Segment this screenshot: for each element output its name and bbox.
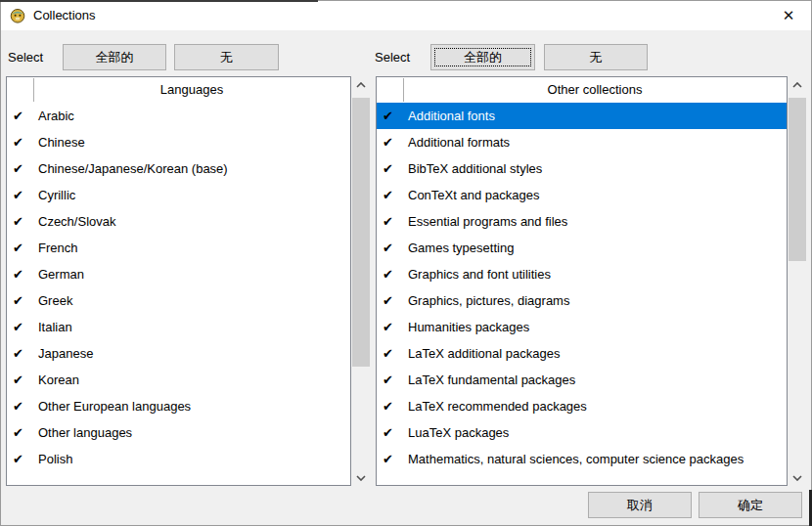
list-item[interactable]: ✔ConTeXt and packages: [377, 182, 787, 208]
list-item-label: Graphics and font utilities: [408, 267, 551, 282]
list-item[interactable]: ✔Greek: [7, 287, 350, 314]
check-icon: ✔: [13, 452, 31, 466]
check-icon: ✔: [383, 109, 401, 123]
check-icon: ✔: [383, 161, 401, 176]
check-icon: ✔: [13, 425, 31, 440]
check-icon: ✔: [13, 267, 31, 282]
list-item-label: Italian: [38, 320, 72, 334]
check-icon: ✔: [13, 214, 31, 229]
check-icon: ✔: [383, 267, 401, 282]
list-item-label: Korean: [38, 373, 79, 387]
chevron-down-icon: [356, 475, 366, 481]
list-item-label: Other languages: [38, 425, 132, 440]
close-button[interactable]: ✕: [770, 1, 807, 30]
list-item[interactable]: ✔German: [7, 261, 350, 287]
check-icon: ✔: [13, 135, 31, 150]
list-item[interactable]: ✔Games typesetting: [377, 235, 787, 261]
check-icon: ✔: [13, 320, 31, 334]
select-all-right-button[interactable]: 全部的: [430, 44, 535, 70]
chevron-down-icon: [792, 475, 802, 481]
ok-button[interactable]: 确定: [699, 492, 802, 518]
select-none-left-button[interactable]: 无: [174, 44, 279, 70]
list-item[interactable]: ✔Essential programs and files: [377, 208, 787, 235]
list-item-label: Czech/Slovak: [38, 214, 115, 229]
check-icon: ✔: [13, 373, 31, 387]
list-item-label: Cyrillic: [38, 188, 75, 202]
chevron-up-icon: [356, 82, 366, 88]
list-item[interactable]: ✔Czech/Slovak: [7, 208, 350, 235]
languages-header: Languages: [33, 77, 350, 102]
scrollbar-thumb[interactable]: [789, 98, 806, 261]
list-item[interactable]: ✔Graphics and font utilities: [377, 261, 787, 287]
list-item-label: Japanese: [38, 346, 93, 361]
list-item[interactable]: ✔Mathematics, natural sciences, computer…: [377, 446, 787, 472]
list-item[interactable]: ✔Cyrillic: [7, 182, 350, 208]
select-right-label: Select: [375, 44, 410, 70]
list-item[interactable]: ✔Chinese/Japanese/Korean (base): [7, 155, 350, 182]
list-item[interactable]: ✔Additional fonts: [377, 103, 787, 129]
list-item-label: Chinese: [38, 135, 85, 150]
list-item[interactable]: ✔Other European languages: [7, 393, 350, 419]
check-icon: ✔: [383, 452, 401, 466]
check-icon: ✔: [383, 346, 401, 361]
list-item[interactable]: ✔LaTeX additional packages: [377, 340, 787, 367]
check-icon: ✔: [13, 293, 31, 308]
list-item[interactable]: ✔Japanese: [7, 340, 350, 367]
check-icon: ✔: [383, 188, 401, 202]
check-icon: ✔: [13, 346, 31, 361]
languages-scrollbar[interactable]: [352, 76, 370, 486]
check-icon: ✔: [13, 188, 31, 202]
list-item-label: Greek: [38, 293, 72, 308]
list-item[interactable]: ✔Korean: [7, 367, 350, 393]
list-item-label: Humanities packages: [408, 320, 529, 334]
list-item[interactable]: ✔Humanities packages: [377, 314, 787, 340]
check-icon: ✔: [383, 399, 401, 414]
check-icon: ✔: [13, 399, 31, 414]
list-item-label: ConTeXt and packages: [408, 188, 539, 202]
list-item[interactable]: ✔Graphics, pictures, diagrams: [377, 287, 787, 314]
titlebar[interactable]: Collections ✕: [1, 1, 811, 30]
list-item[interactable]: ✔Additional formats: [377, 129, 787, 155]
list-item[interactable]: ✔Chinese: [7, 129, 350, 155]
select-none-right-button[interactable]: 无: [544, 44, 648, 70]
cancel-button[interactable]: 取消: [588, 492, 692, 518]
list-item[interactable]: ✔LaTeX recommended packages: [377, 393, 787, 419]
other-collections-panel: Other collections ✔Additional fonts✔Addi…: [376, 76, 788, 486]
scroll-down-button[interactable]: [789, 469, 806, 486]
list-item[interactable]: ✔Italian: [7, 314, 350, 340]
background-window-edge: [0, 0, 318, 2]
list-item[interactable]: ✔LaTeX fundamental packages: [377, 367, 787, 393]
list-item-label: Games typesetting: [408, 241, 514, 255]
list-item[interactable]: ✔French: [7, 235, 350, 261]
check-icon: ✔: [383, 135, 401, 150]
list-item[interactable]: ✔BibTeX additional styles: [377, 155, 787, 182]
list-item-label: Additional fonts: [408, 109, 495, 123]
check-icon: ✔: [383, 320, 401, 334]
scrollbar-thumb[interactable]: [352, 98, 370, 367]
check-icon: ✔: [13, 161, 31, 176]
list-item-label: Mathematics, natural sciences, computer …: [408, 452, 744, 466]
check-icon: ✔: [383, 373, 401, 387]
list-item[interactable]: ✔LuaTeX packages: [377, 419, 787, 446]
scroll-up-button[interactable]: [789, 76, 806, 93]
check-icon: ✔: [383, 214, 401, 229]
select-left-label: Select: [8, 44, 43, 70]
list-item-label: German: [38, 267, 84, 282]
list-item-label: BibTeX additional styles: [408, 161, 542, 176]
list-item-label: Polish: [38, 452, 72, 466]
list-item[interactable]: ✔Polish: [7, 446, 350, 472]
list-item-label: Arabic: [38, 109, 74, 123]
select-all-left-button[interactable]: 全部的: [63, 44, 166, 70]
list-item[interactable]: ✔Other languages: [7, 419, 350, 446]
other-collections-scrollbar[interactable]: [789, 76, 806, 486]
list-item[interactable]: ✔Arabic: [7, 103, 350, 129]
list-item-label: LaTeX fundamental packages: [408, 373, 575, 387]
check-icon: ✔: [13, 241, 31, 255]
other-collections-list: ✔Additional fonts✔Additional formats✔Bib…: [377, 103, 787, 485]
list-item-label: Graphics, pictures, diagrams: [408, 293, 569, 308]
scroll-up-button[interactable]: [352, 76, 370, 93]
languages-panel: Languages ✔Arabic✔Chinese✔Chinese/Japane…: [6, 76, 351, 486]
texlive-lion-icon: [10, 8, 25, 23]
other-collections-header: Other collections: [403, 77, 787, 102]
scroll-down-button[interactable]: [352, 469, 370, 486]
